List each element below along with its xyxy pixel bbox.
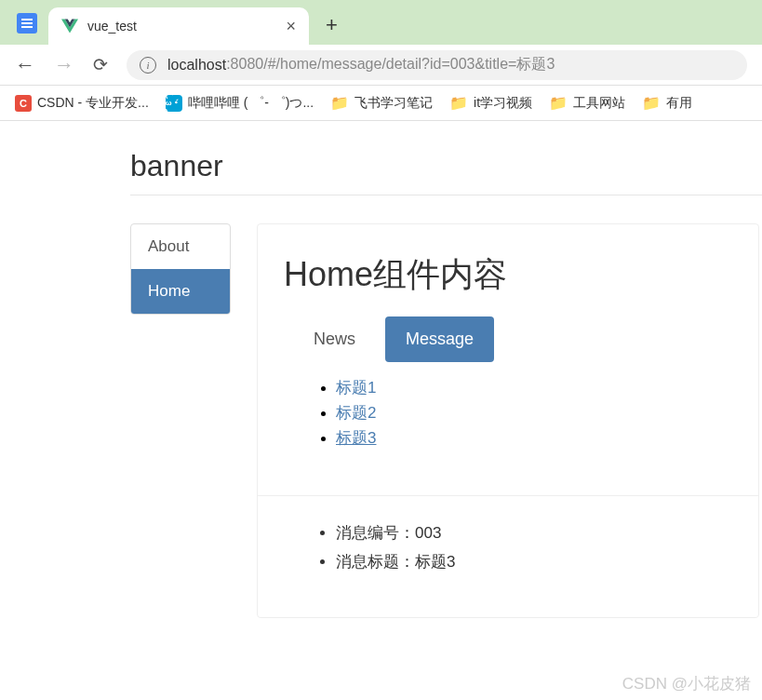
bookmark-feishu[interactable]: 📁 飞书学习笔记 — [330, 94, 433, 112]
message-link-2[interactable]: 标题2 — [336, 404, 376, 422]
bookmark-csdn[interactable]: C CSDN - 专业开发... — [15, 95, 149, 112]
content-heading: Home组件内容 — [284, 252, 732, 298]
bookmark-label: 哔哩哔哩 ( ゜- ゜)つ... — [188, 95, 314, 112]
url-path: :8080/#/home/message/detail?id=003&title… — [226, 55, 555, 74]
csdn-icon: C — [15, 95, 32, 112]
bookmarks-bar: C CSDN - 专业开发... ( •̀ ω •́ ) 哔哩哔哩 ( ゜- ゜… — [0, 86, 762, 121]
tab-title: vue_test — [87, 19, 276, 34]
bilibili-icon: ( •̀ ω •́ ) — [166, 95, 182, 112]
browser-tab[interactable]: vue_test × — [48, 7, 309, 45]
back-button[interactable]: ← — [15, 53, 35, 77]
forward-button[interactable]: → — [54, 53, 74, 77]
list-item: 标题2 — [336, 402, 732, 424]
folder-icon: 📁 — [449, 94, 468, 112]
url-host: localhost — [167, 57, 226, 74]
message-link-3[interactable]: 标题3 — [336, 429, 376, 447]
folder-icon: 📁 — [549, 94, 568, 112]
content-panel: Home组件内容 News Message 标题1 标题2 标题3 消息编号：0… — [257, 223, 759, 618]
reload-button[interactable]: ⟳ — [93, 54, 108, 75]
message-list: 标题1 标题2 标题3 — [284, 377, 732, 449]
tab-close-icon[interactable]: × — [286, 17, 296, 36]
banner-heading: banner — [130, 149, 762, 183]
detail-title: 消息标题：标题3 — [336, 551, 732, 572]
side-nav: About Home — [130, 223, 231, 315]
bookmark-useful[interactable]: 📁 有用 — [642, 94, 692, 112]
page-content: banner About Home Home组件内容 News Message … — [0, 121, 762, 618]
bookmark-bilibili[interactable]: ( •̀ ω •́ ) 哔哩哔哩 ( ゜- ゜)つ... — [166, 95, 314, 112]
new-tab-button[interactable]: + — [326, 13, 338, 37]
browser-nav-bar: ← → ⟳ i localhost:8080/#/home/message/de… — [0, 45, 762, 86]
bookmark-label: CSDN - 专业开发... — [37, 95, 149, 112]
subtab-message[interactable]: Message — [385, 316, 494, 362]
bookmark-label: 工具网站 — [573, 95, 625, 112]
list-item: 标题1 — [336, 377, 732, 398]
subtab-news[interactable]: News — [293, 316, 376, 362]
divider — [130, 195, 762, 195]
detail-list: 消息编号：003 消息标题：标题3 — [284, 522, 732, 572]
docs-icon[interactable] — [17, 13, 37, 34]
message-link-1[interactable]: 标题1 — [336, 379, 376, 397]
bookmark-label: 有用 — [666, 95, 692, 112]
list-item: 标题3 — [336, 427, 732, 449]
vue-icon — [61, 19, 78, 34]
bookmark-it[interactable]: 📁 it学习视频 — [449, 94, 532, 112]
folder-icon: 📁 — [330, 94, 349, 112]
divider — [258, 495, 758, 496]
bookmark-tools[interactable]: 📁 工具网站 — [549, 94, 625, 112]
bookmark-label: 飞书学习笔记 — [354, 95, 433, 112]
folder-icon: 📁 — [642, 94, 661, 112]
nav-home[interactable]: Home — [131, 269, 230, 314]
nav-about[interactable]: About — [131, 224, 230, 269]
address-bar[interactable]: i localhost:8080/#/home/message/detail?i… — [127, 50, 747, 80]
info-icon[interactable]: i — [140, 57, 156, 74]
subtab-row: News Message — [293, 316, 732, 362]
detail-id: 消息编号：003 — [336, 522, 732, 544]
browser-tab-strip: vue_test × + — [0, 0, 762, 45]
bookmark-label: it学习视频 — [474, 95, 532, 112]
